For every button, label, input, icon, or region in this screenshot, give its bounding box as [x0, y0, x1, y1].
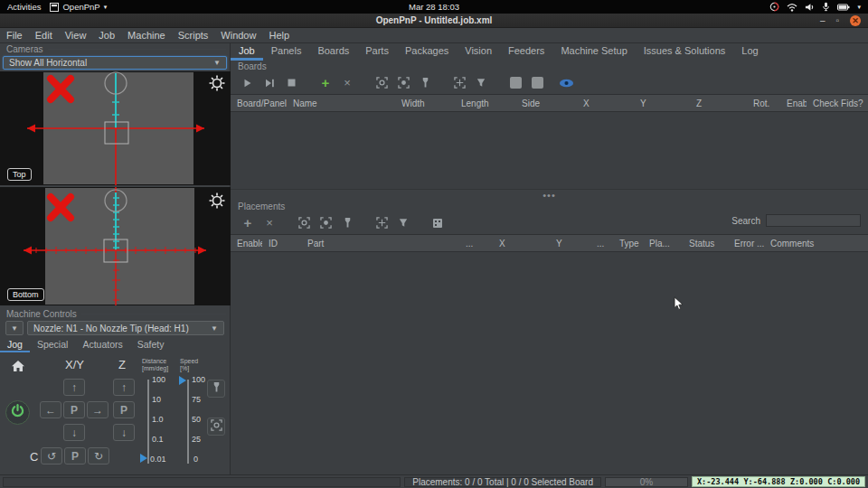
menu-view[interactable]: View — [59, 30, 93, 41]
position-xy-button[interactable]: P — [63, 401, 85, 418]
position-camera-button[interactable] — [207, 418, 225, 436]
capture-tool-location-button[interactable] — [395, 76, 411, 90]
fiducial-check-button[interactable] — [473, 76, 489, 90]
capture-camera-location-button[interactable] — [373, 76, 390, 90]
placement-fiducial-button[interactable] — [395, 216, 411, 230]
position-camera-board-button[interactable] — [451, 76, 467, 90]
column-header[interactable]: ... — [590, 239, 613, 249]
menu-window[interactable]: Window — [214, 30, 262, 41]
screen-record-indicator-icon[interactable] — [769, 2, 779, 12]
column-header[interactable]: Board/Panel Id — [231, 99, 287, 108]
column-header[interactable]: ... — [459, 239, 493, 249]
distance-slider-track[interactable] — [147, 380, 149, 464]
tab-special[interactable]: Special — [30, 337, 75, 352]
close-button[interactable]: ✕ — [850, 15, 861, 26]
column-header[interactable]: Type — [613, 239, 643, 249]
speed-slider-track[interactable] — [187, 380, 189, 464]
tab-boards[interactable]: Boards — [309, 43, 357, 61]
job-start-button[interactable] — [240, 76, 256, 90]
column-header[interactable]: Pla... — [643, 239, 683, 249]
head-selector-button[interactable]: ▼ — [5, 321, 24, 335]
jog-c-cw-button[interactable]: ↻ — [88, 447, 109, 465]
job-stop-button[interactable] — [283, 76, 299, 90]
activities-button[interactable]: Activities — [7, 2, 41, 12]
machine-power-button[interactable] — [5, 400, 30, 425]
position-camera-placement-button[interactable] — [373, 216, 390, 230]
tab-job[interactable]: Job — [231, 43, 263, 61]
placements-table-body[interactable] — [231, 252, 868, 474]
battery-icon[interactable] — [837, 4, 850, 11]
jog-y-minus-button[interactable]: ↓ — [63, 424, 85, 441]
boards-table-body[interactable] — [231, 112, 868, 190]
tab-issues-solutions[interactable]: Issues & Solutions — [636, 43, 734, 61]
maximize-button[interactable]: ▫ — [835, 16, 839, 25]
board-side-top-button[interactable] — [507, 76, 524, 90]
column-header[interactable]: Part — [301, 239, 459, 249]
capture-camera-placement-button[interactable] — [296, 216, 312, 230]
board-side-bottom-button[interactable] — [529, 76, 545, 90]
column-header[interactable]: Side — [515, 99, 577, 108]
remove-board-button[interactable]: × — [339, 76, 355, 90]
column-header[interactable]: Name — [287, 99, 395, 108]
capture-tool-placement-button[interactable] — [317, 216, 334, 230]
camera-view-bottom[interactable]: Bottom — [0, 187, 231, 305]
tab-safety[interactable]: Safety — [130, 337, 172, 352]
jog-z-minus-button[interactable]: ↓ — [113, 424, 135, 441]
tab-vision[interactable]: Vision — [457, 43, 500, 61]
tab-jog[interactable]: Jog — [0, 337, 30, 352]
jog-c-ccw-button[interactable]: ↺ — [41, 447, 62, 465]
menu-file[interactable]: File — [0, 30, 29, 41]
window-title-bar[interactable]: OpenPnP - Untitled.job.xml – ▫ ✕ — [0, 14, 868, 28]
menu-scripts[interactable]: Scripts — [172, 30, 215, 41]
jog-z-plus-button[interactable]: ↑ — [113, 379, 135, 396]
column-header[interactable]: Comments — [764, 239, 868, 249]
app-menu-button[interactable]: OpenPnP ▾ — [50, 2, 107, 12]
column-header[interactable]: Length — [455, 99, 515, 108]
minimize-button[interactable]: – — [820, 16, 826, 25]
system-menu-caret-icon[interactable]: ▾ — [857, 4, 861, 11]
volume-icon[interactable] — [805, 3, 815, 12]
park-nozzle-button[interactable] — [207, 380, 225, 398]
home-button[interactable] — [7, 360, 29, 376]
microphone-icon[interactable] — [822, 2, 830, 12]
wifi-icon[interactable] — [787, 3, 797, 12]
panel-splitter[interactable]: ••• — [231, 190, 868, 201]
column-header[interactable]: Error ... — [728, 239, 764, 249]
job-step-button[interactable] — [261, 76, 278, 90]
distance-slider-handle[interactable] — [140, 454, 147, 463]
menu-help[interactable]: Help — [262, 30, 296, 41]
remove-placement-button[interactable]: × — [261, 216, 278, 230]
column-header[interactable]: Width — [395, 99, 455, 108]
column-header[interactable]: ID — [262, 239, 301, 249]
move-tool-placement-button[interactable] — [339, 216, 355, 230]
move-tool-button[interactable] — [417, 76, 433, 90]
jog-y-plus-button[interactable]: ↑ — [63, 379, 85, 396]
column-header[interactable]: Y — [550, 239, 590, 249]
tab-feeders[interactable]: Feeders — [500, 43, 552, 61]
edit-placement-button[interactable] — [429, 216, 446, 230]
column-header[interactable]: X — [493, 239, 550, 249]
menu-machine[interactable]: Machine — [121, 30, 172, 41]
tab-packages[interactable]: Packages — [397, 43, 457, 61]
column-header[interactable]: Z — [690, 99, 747, 108]
tab-panels[interactable]: Panels — [263, 43, 310, 61]
tab-log[interactable]: Log — [733, 43, 766, 61]
speed-slider-handle[interactable] — [179, 376, 186, 385]
tab-parts[interactable]: Parts — [357, 43, 397, 61]
column-header[interactable]: Rot. — [747, 99, 780, 108]
add-placement-button[interactable]: + — [240, 216, 256, 230]
column-header[interactable]: Check Fids? — [807, 99, 868, 108]
tab-machine-setup[interactable]: Machine Setup — [552, 43, 635, 61]
column-header[interactable]: Status — [683, 239, 728, 249]
column-header[interactable]: Y — [634, 99, 690, 108]
nozzle-selector[interactable]: Nozzle: N1 - No Nozzle Tip (Head: H1) ▼ — [27, 321, 224, 335]
column-header[interactable]: Enabl... — [780, 99, 807, 108]
camera-selector[interactable]: Show All Horizontal ▼ — [3, 56, 227, 70]
menu-job[interactable]: Job — [92, 30, 121, 41]
add-board-button[interactable]: + — [317, 76, 334, 90]
jog-x-plus-button[interactable]: → — [87, 401, 108, 418]
menu-edit[interactable]: Edit — [29, 30, 59, 41]
tab-actuators[interactable]: Actuators — [75, 337, 129, 352]
column-header[interactable]: Enabled — [231, 239, 262, 249]
search-input[interactable] — [766, 214, 861, 227]
